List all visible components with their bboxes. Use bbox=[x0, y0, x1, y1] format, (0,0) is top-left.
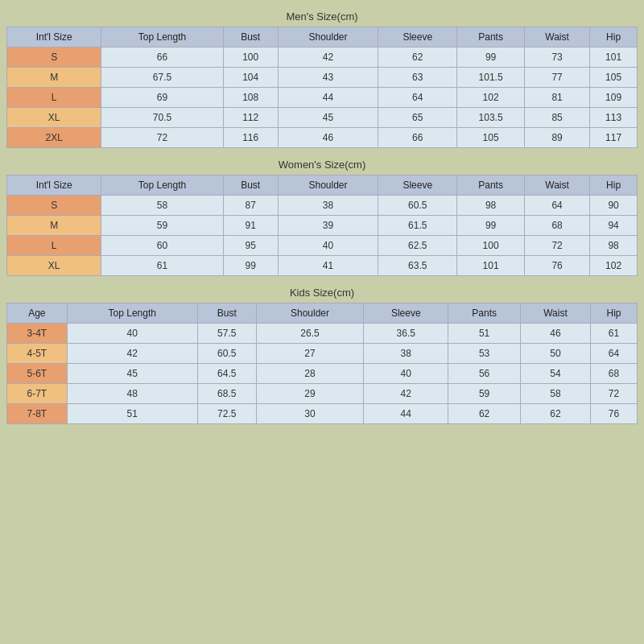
size-value: 59 bbox=[448, 384, 521, 404]
col-header: Age bbox=[7, 303, 68, 324]
size-value: 100 bbox=[223, 47, 278, 68]
table-row: S58873860.5986490 bbox=[7, 196, 638, 216]
size-value: 26.5 bbox=[256, 324, 364, 344]
size-label: S bbox=[7, 47, 101, 68]
size-value: 53 bbox=[448, 344, 521, 364]
size-label: S bbox=[7, 196, 101, 216]
size-value: 94 bbox=[590, 216, 638, 236]
kids-table: AgeTop LengthBustShoulderSleevePantsWais… bbox=[6, 303, 638, 424]
size-value: 62.5 bbox=[378, 236, 457, 256]
size-value: 105 bbox=[590, 68, 638, 88]
size-value: 67.5 bbox=[101, 68, 223, 88]
size-value: 99 bbox=[457, 47, 525, 68]
size-value: 65 bbox=[378, 108, 457, 128]
size-value: 66 bbox=[378, 128, 457, 148]
size-value: 38 bbox=[278, 196, 378, 216]
womens-title: Women's Size(cm) bbox=[6, 155, 638, 175]
size-value: 100 bbox=[457, 236, 525, 256]
mens-table: Int'l SizeTop LengthBustShoulderSleevePa… bbox=[6, 27, 638, 148]
col-header: Shoulder bbox=[256, 303, 364, 324]
size-value: 51 bbox=[67, 404, 197, 424]
kids-section: Kids Size(cm) AgeTop LengthBustShoulderS… bbox=[6, 283, 638, 424]
size-value: 64 bbox=[524, 196, 589, 216]
size-value: 81 bbox=[524, 88, 589, 108]
size-value: 64 bbox=[591, 344, 638, 364]
size-value: 45 bbox=[67, 364, 197, 384]
size-label: 3-4T bbox=[7, 324, 68, 344]
size-value: 30 bbox=[256, 404, 364, 424]
size-value: 99 bbox=[457, 216, 525, 236]
mens-header-row: Int'l SizeTop LengthBustShoulderSleevePa… bbox=[7, 27, 638, 47]
size-value: 77 bbox=[524, 68, 589, 88]
size-value: 99 bbox=[223, 256, 278, 276]
size-value: 72 bbox=[591, 384, 638, 404]
size-value: 62 bbox=[448, 404, 521, 424]
size-label: L bbox=[7, 88, 101, 108]
size-label: XL bbox=[7, 256, 101, 276]
size-label: XL bbox=[7, 108, 101, 128]
size-value: 104 bbox=[223, 68, 278, 88]
size-value: 72.5 bbox=[197, 404, 256, 424]
col-header: Pants bbox=[448, 303, 521, 324]
size-value: 58 bbox=[521, 384, 591, 404]
size-value: 68 bbox=[524, 216, 589, 236]
size-value: 101.5 bbox=[457, 68, 525, 88]
size-value: 29 bbox=[256, 384, 364, 404]
table-row: 4-5T4260.52738535064 bbox=[7, 344, 638, 364]
size-value: 28 bbox=[256, 364, 364, 384]
size-value: 101 bbox=[457, 256, 525, 276]
size-value: 108 bbox=[223, 88, 278, 108]
size-value: 46 bbox=[278, 128, 378, 148]
kids-body: 3-4T4057.526.536.55146614-5T4260.5273853… bbox=[7, 324, 638, 424]
page: Men's Size(cm) Int'l SizeTop LengthBustS… bbox=[0, 0, 644, 644]
col-header: Int'l Size bbox=[7, 175, 101, 196]
size-value: 64 bbox=[378, 88, 457, 108]
col-header: Sleeve bbox=[378, 175, 457, 196]
size-label: L bbox=[7, 236, 101, 256]
table-row: M67.51044363101.577105 bbox=[7, 68, 638, 88]
size-value: 76 bbox=[591, 404, 638, 424]
size-value: 95 bbox=[223, 236, 278, 256]
col-header: Bust bbox=[223, 27, 278, 47]
col-header: Shoulder bbox=[278, 27, 378, 47]
size-value: 63 bbox=[378, 68, 457, 88]
size-label: 4-5T bbox=[7, 344, 68, 364]
size-value: 76 bbox=[524, 256, 589, 276]
size-value: 56 bbox=[448, 364, 521, 384]
womens-table: Int'l SizeTop LengthBustShoulderSleevePa… bbox=[6, 175, 638, 276]
size-value: 85 bbox=[524, 108, 589, 128]
col-header: Top Length bbox=[101, 175, 223, 196]
womens-section: Women's Size(cm) Int'l SizeTop LengthBus… bbox=[6, 155, 638, 276]
size-value: 60 bbox=[101, 236, 223, 256]
size-value: 40 bbox=[67, 324, 197, 344]
table-row: 3-4T4057.526.536.5514661 bbox=[7, 324, 638, 344]
table-row: S6610042629973101 bbox=[7, 47, 638, 68]
size-value: 72 bbox=[524, 236, 589, 256]
size-value: 63.5 bbox=[378, 256, 457, 276]
col-header: Waist bbox=[524, 27, 589, 47]
size-value: 46 bbox=[521, 324, 591, 344]
size-value: 98 bbox=[457, 196, 525, 216]
size-value: 61.5 bbox=[378, 216, 457, 236]
col-header: Pants bbox=[457, 175, 525, 196]
size-value: 62 bbox=[378, 47, 457, 68]
size-label: M bbox=[7, 216, 101, 236]
size-value: 98 bbox=[590, 236, 638, 256]
size-value: 38 bbox=[364, 344, 448, 364]
size-value: 87 bbox=[223, 196, 278, 216]
size-value: 69 bbox=[101, 88, 223, 108]
size-value: 58 bbox=[101, 196, 223, 216]
kids-title: Kids Size(cm) bbox=[6, 283, 638, 303]
table-row: XL61994163.510176102 bbox=[7, 256, 638, 276]
size-value: 103.5 bbox=[457, 108, 525, 128]
col-header: Pants bbox=[457, 27, 525, 47]
size-value: 60.5 bbox=[378, 196, 457, 216]
col-header: Waist bbox=[521, 303, 591, 324]
size-value: 41 bbox=[278, 256, 378, 276]
size-value: 45 bbox=[278, 108, 378, 128]
size-value: 40 bbox=[364, 364, 448, 384]
size-value: 42 bbox=[364, 384, 448, 404]
mens-section: Men's Size(cm) Int'l SizeTop LengthBustS… bbox=[6, 6, 638, 148]
size-value: 64.5 bbox=[197, 364, 256, 384]
size-value: 73 bbox=[524, 47, 589, 68]
